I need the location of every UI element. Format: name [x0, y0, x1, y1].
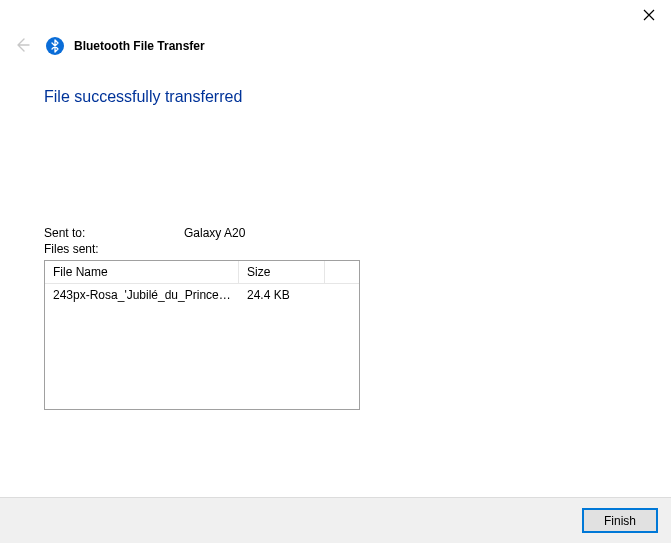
bluetooth-transfer-window: Bluetooth File Transfer File successfull…	[0, 0, 671, 543]
files-sent-row: Files sent:	[44, 242, 627, 256]
cell-filename: 243px-Rosa_'Jubilé_du_Prince_de_...	[45, 286, 239, 304]
window-title: Bluetooth File Transfer	[74, 39, 205, 53]
table-row[interactable]: 243px-Rosa_'Jubilé_du_Prince_de_... 24.4…	[45, 284, 359, 306]
sent-to-label: Sent to:	[44, 226, 184, 240]
column-header-filename[interactable]: File Name	[45, 261, 239, 283]
sent-to-value: Galaxy A20	[184, 226, 245, 240]
back-arrow-icon	[14, 37, 30, 56]
column-header-size[interactable]: Size	[239, 261, 325, 283]
table-header: File Name Size	[45, 261, 359, 284]
back-button	[12, 36, 32, 56]
bluetooth-icon	[46, 37, 64, 55]
column-header-spacer	[325, 261, 359, 283]
sent-to-row: Sent to: Galaxy A20	[44, 226, 627, 240]
status-heading: File successfully transferred	[44, 88, 627, 106]
content-area: File successfully transferred Sent to: G…	[0, 60, 671, 497]
header: Bluetooth File Transfer	[0, 0, 671, 60]
close-icon	[643, 9, 655, 24]
close-button[interactable]	[641, 8, 657, 24]
cell-size: 24.4 KB	[239, 286, 325, 304]
files-sent-label: Files sent:	[44, 242, 184, 256]
files-table: File Name Size 243px-Rosa_'Jubilé_du_Pri…	[44, 260, 360, 410]
finish-button[interactable]: Finish	[583, 509, 657, 532]
footer: Finish	[0, 497, 671, 543]
